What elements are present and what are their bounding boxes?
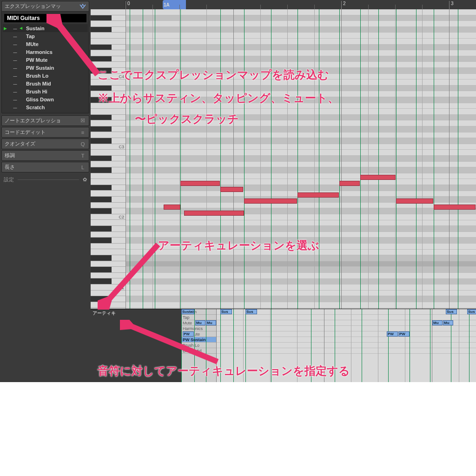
settings-label: 設定 [4,176,14,183]
articulation-brush-lo[interactable]: ---Brush Lo [3,72,88,79]
articulation-brush-hi[interactable]: ---Brush Hi [3,87,88,95]
articulation-chip[interactable]: Mu [432,320,443,325]
expression-map-body: MIDI Guitars ▶---◀Sustain---Tap---MUte--… [2,12,89,113]
midi-note[interactable] [360,175,396,180]
articulation-tap[interactable]: ---Tap [3,32,88,40]
gear-icon[interactable]: ✿ [83,177,87,183]
articulation-chip[interactable]: PW [398,331,410,337]
articulation-gliss-down[interactable]: ---Gliss Down [3,95,88,103]
artic-row-label-harmonics[interactable]: Harmonics [181,326,216,331]
settings-row[interactable]: 設定 ✿ [0,173,91,186]
map-name-dropdown[interactable]: MIDI Guitars [4,14,86,22]
ruler-bar-0: 0 [126,1,130,9]
articulation-chip[interactable]: Sustain [181,309,194,314]
midi-note[interactable] [298,192,339,198]
articulation-scratch[interactable]: ---Scratch [3,103,88,111]
articulation-pw-sustain[interactable]: ---PW Sustain [3,64,88,72]
divider [18,179,79,180]
ruler-bar-3: 3 [449,1,454,9]
locator[interactable]: 1A [163,0,186,9]
content: 1A02345 C4C3C2C1 アーティキ SustainTapMuteHar… [91,0,476,382]
midi-note[interactable] [184,211,244,216]
midi-note[interactable] [339,181,360,186]
inspector-コードエディット[interactable]: コードエディット≡ [1,127,89,138]
articulation-chip[interactable]: Sus [245,309,257,314]
ruler-bar-2: 2 [341,1,346,9]
articulation-pw-mute[interactable]: ---PW Mute [3,56,88,64]
expression-map-header[interactable]: エクスプレッションマッ [2,1,89,12]
app-root: エクスプレッションマッ MIDI Guitars ▶---◀Sustain---… [0,0,476,382]
piano-keyboard[interactable]: C4C3C2C1 [91,9,126,309]
midi-note[interactable] [164,205,180,210]
articulation-chip[interactable]: Sus [467,309,476,314]
ruler[interactable]: 1A02345 [91,0,476,9]
articulation-grid[interactable]: SustainSusSusMuMuPWPWSusSusMuMuPWPWPW [216,309,476,382]
inspector-移調[interactable]: 移調T [1,150,89,161]
articulation-chip[interactable]: Mu [195,320,205,325]
note-grid[interactable] [126,9,476,309]
inspector-長さ[interactable]: 長さL [1,162,89,172]
articulation-mute[interactable]: ---MUte [3,40,88,48]
expression-map-icon [79,3,86,10]
articulation-harmonics[interactable]: ---Harmonics [3,48,88,56]
artic-row-label-pw sustain[interactable]: PW Sustain [181,337,216,343]
articulation-chip[interactable]: PW [387,331,398,337]
articulation-chip[interactable]: Sus [220,309,232,314]
articulation-chip[interactable]: Mu [443,320,453,325]
piano-roll[interactable]: C4C3C2C1 [91,9,476,309]
articulation-sustain[interactable]: ▶---◀Sustain [3,24,88,32]
inspector-ノートエクスプレッショ[interactable]: ノートエクスプレッショ☒ [1,115,89,126]
midi-note[interactable] [396,198,433,204]
articulation-chip[interactable]: Sus [446,309,457,314]
articulation-lane-header[interactable]: アーティキ [91,309,181,382]
inspector-クオンタイズ[interactable]: クオンタイズQ [1,139,89,149]
artic-row-label-brush lo[interactable]: Brush Lo [181,343,216,348]
artic-row-label-brush mid[interactable]: Brush Mid [181,348,216,354]
expression-map-title: エクスプレッションマッ [5,3,61,10]
articulation-lane[interactable]: アーティキ SustainTapMuteHarmonicsPW MutePW S… [91,309,476,382]
midi-note[interactable] [220,187,243,192]
artic-row-label-tap[interactable]: Tap [181,315,216,320]
articulation-brush-mid[interactable]: ---Brush Mid [3,79,88,87]
articulation-chip[interactable]: PW [183,331,194,337]
expression-map-panel: エクスプレッションマッ MIDI Guitars ▶---◀Sustain---… [1,1,89,113]
midi-note[interactable] [434,205,476,210]
sidebar: エクスプレッションマッ MIDI Guitars ▶---◀Sustain---… [0,0,91,382]
articulation-chip[interactable]: Mu [206,320,216,325]
midi-note[interactable] [244,198,297,204]
midi-note[interactable] [180,181,220,186]
